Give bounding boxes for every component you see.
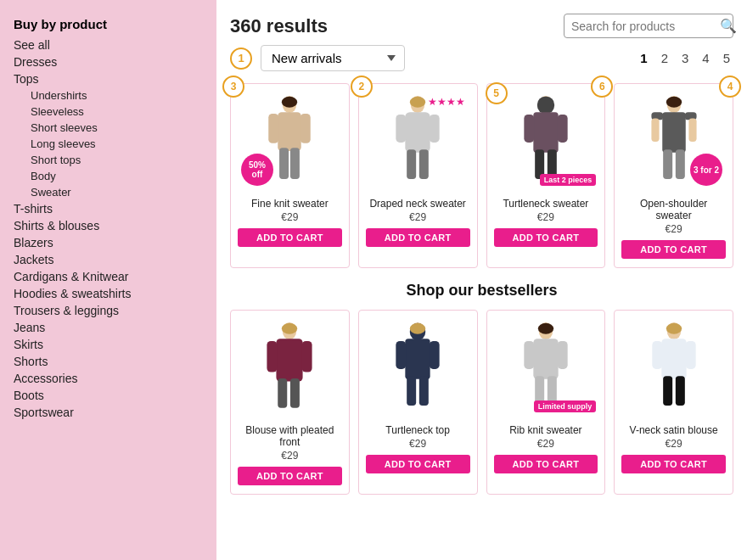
product-img-rib-knit: Limited supply bbox=[494, 317, 598, 419]
product-card-fine-knit: 3 50%off Fine knit sweater €29 ADD TO CA… bbox=[230, 83, 350, 268]
svg-rect-2 bbox=[269, 114, 279, 143]
results-count: 360 results bbox=[230, 15, 328, 37]
badge-num-3: 3 bbox=[222, 76, 244, 98]
sidebar-item-accessories[interactable]: Accessories bbox=[14, 370, 203, 387]
product-price-vneck-satin: €29 bbox=[666, 438, 682, 450]
product-name-turtleneck: Turtleneck sweater bbox=[503, 198, 588, 210]
product-img-fine-knit: 50%off bbox=[238, 91, 342, 193]
svg-rect-1 bbox=[278, 112, 302, 151]
sidebar-item-undershirts[interactable]: Undershirts bbox=[31, 87, 203, 104]
svg-rect-32 bbox=[267, 341, 278, 372]
product-price-rib-knit: €29 bbox=[537, 438, 554, 450]
sidebar-item-see-all[interactable]: See all bbox=[14, 36, 203, 53]
svg-rect-25 bbox=[651, 119, 659, 143]
sidebar-item-shirts-blouses[interactable]: Shirts & blouses bbox=[14, 217, 203, 234]
svg-rect-47 bbox=[524, 341, 534, 369]
product-img-blouse-pleated bbox=[238, 317, 342, 419]
add-to-cart-turtleneck[interactable]: ADD TO CART bbox=[494, 228, 598, 247]
page-3[interactable]: 3 bbox=[678, 49, 692, 67]
product-card-rib-knit: Limited supply Rib knit sweater €29 ADD … bbox=[486, 310, 606, 495]
add-to-cart-rib-knit[interactable]: ADD TO CART bbox=[494, 455, 598, 473]
product-price-turtleneck: €29 bbox=[537, 211, 554, 223]
sidebar-item-tops[interactable]: Tops bbox=[14, 70, 203, 87]
product-img-open-shoulder: 3 for 2 bbox=[621, 91, 726, 193]
add-to-cart-draped[interactable]: ADD TO CART bbox=[366, 228, 470, 247]
page-1[interactable]: 1 bbox=[637, 49, 650, 67]
sort-circle-num: 1 bbox=[230, 48, 252, 70]
product-card-turtleneck: 6 5 Last 2 pieces Turtleneck sweater €29… bbox=[486, 83, 606, 268]
bestsellers-title: Shop our bestsellers bbox=[230, 282, 733, 300]
search-input[interactable] bbox=[571, 20, 720, 33]
sidebar-item-tshirts[interactable]: T-shirts bbox=[14, 200, 203, 217]
product-img-turtleneck: 5 Last 2 pieces bbox=[494, 91, 598, 193]
badge-sale-50off: 50%off bbox=[241, 154, 273, 186]
product-price-draped: €29 bbox=[409, 211, 426, 223]
sidebar-item-hoodies[interactable]: Hoodies & sweatshirts bbox=[14, 285, 203, 302]
sidebar-item-trousers[interactable]: Trousers & leggings bbox=[14, 302, 203, 319]
svg-rect-18 bbox=[558, 115, 568, 143]
product-name-open-shoulder: Open-shoulder sweater bbox=[621, 198, 726, 221]
svg-rect-55 bbox=[685, 341, 695, 369]
sidebar-item-skirts[interactable]: Skirts bbox=[14, 336, 203, 353]
svg-rect-17 bbox=[524, 115, 534, 143]
sidebar-item-sweater[interactable]: Sweater bbox=[31, 184, 203, 200]
stars-icon: ★★★★ bbox=[428, 96, 465, 108]
add-to-cart-turtleneck-top[interactable]: ADD TO CART bbox=[366, 455, 470, 473]
header-row: 360 results 🔍 bbox=[230, 14, 733, 38]
product-name-blouse-pleated: Blouse with pleated front bbox=[238, 424, 342, 448]
sidebar-item-jackets[interactable]: Jackets bbox=[14, 251, 203, 268]
sidebar-item-shorts[interactable]: Shorts bbox=[14, 353, 203, 370]
sidebar-item-body[interactable]: Body bbox=[31, 168, 203, 184]
product-name-turtleneck-top: Turtleneck top bbox=[385, 424, 450, 436]
svg-point-51 bbox=[538, 323, 553, 334]
page-4[interactable]: 4 bbox=[699, 49, 712, 67]
page-5[interactable]: 5 bbox=[720, 49, 733, 67]
product-img-vneck-satin bbox=[621, 317, 726, 419]
sidebar-item-blazers[interactable]: Blazers bbox=[14, 234, 203, 251]
new-arrivals-grid: 3 50%off Fine knit sweater €29 ADD TO CA… bbox=[230, 83, 733, 268]
sidebar-item-cardigans[interactable]: Cardigans & Knitwear bbox=[14, 268, 203, 285]
svg-rect-27 bbox=[663, 149, 672, 179]
svg-point-6 bbox=[282, 97, 297, 108]
sidebar-item-short-sleeves[interactable]: Short sleeves bbox=[31, 120, 203, 136]
svg-rect-8 bbox=[405, 112, 430, 153]
product-price-blouse-pleated: €29 bbox=[281, 450, 298, 462]
badge-num-4: 4 bbox=[719, 76, 741, 98]
product-img-turtleneck-top bbox=[366, 317, 470, 419]
svg-rect-41 bbox=[430, 341, 440, 369]
sidebar-item-sportswear[interactable]: Sportswear bbox=[14, 404, 203, 421]
product-name-vneck-satin: V-neck satin blouse bbox=[630, 424, 718, 436]
product-name-rib-knit: Rib knit sweater bbox=[509, 424, 581, 436]
sidebar-item-sleeveless[interactable]: Sleeveless bbox=[31, 104, 203, 120]
svg-rect-57 bbox=[663, 376, 672, 406]
add-to-cart-fine-knit[interactable]: ADD TO CART bbox=[238, 228, 342, 247]
svg-rect-34 bbox=[278, 378, 288, 408]
badge-3for2: 3 for 2 bbox=[690, 154, 722, 186]
sidebar-item-long-sleeves[interactable]: Long sleeves bbox=[31, 136, 203, 152]
search-icon: 🔍 bbox=[720, 18, 737, 34]
sidebar-item-short-tops[interactable]: Short tops bbox=[31, 152, 203, 168]
svg-rect-39 bbox=[405, 339, 430, 379]
add-to-cart-open-shoulder[interactable]: ADD TO CART bbox=[621, 240, 726, 259]
figure-draped bbox=[388, 95, 447, 188]
product-price-turtleneck-top: €29 bbox=[409, 438, 426, 450]
add-to-cart-vneck-satin[interactable]: ADD TO CART bbox=[621, 455, 726, 473]
svg-rect-4 bbox=[279, 148, 289, 179]
svg-rect-9 bbox=[396, 115, 406, 143]
sort-select[interactable]: New arrivals Price: Low to High Price: H… bbox=[261, 45, 405, 71]
product-card-turtleneck-top: Turtleneck top €29 ADD TO CART bbox=[358, 310, 478, 495]
sort-row: 1 New arrivals Price: Low to High Price:… bbox=[230, 45, 733, 71]
sidebar-item-jeans[interactable]: Jeans bbox=[14, 319, 203, 336]
product-card-draped: 2 ★★★★ Draped neck sweater €29 ADD TO CA… bbox=[358, 83, 478, 268]
product-img-draped: ★★★★ bbox=[366, 91, 470, 193]
page-2[interactable]: 2 bbox=[658, 49, 671, 67]
svg-rect-28 bbox=[675, 149, 684, 179]
svg-point-44 bbox=[410, 323, 425, 334]
add-to-cart-blouse-pleated[interactable]: ADD TO CART bbox=[238, 467, 342, 485]
badge-num-2: 2 bbox=[351, 76, 373, 98]
pagination: 1 2 3 4 5 bbox=[637, 49, 733, 67]
sidebar-item-dresses[interactable]: Dresses bbox=[14, 53, 203, 70]
search-box[interactable]: 🔍 bbox=[564, 14, 733, 38]
sidebar-item-boots[interactable]: Boots bbox=[14, 387, 203, 404]
svg-point-59 bbox=[666, 323, 681, 334]
